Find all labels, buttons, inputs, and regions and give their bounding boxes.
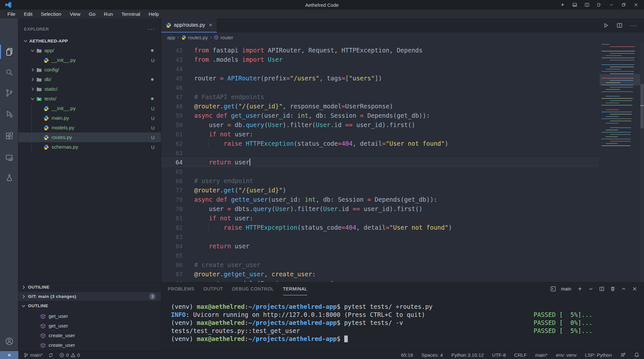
menu-selection[interactable]: Selection: [37, 11, 66, 17]
tree-item-app-[interactable]: app/: [18, 46, 161, 55]
indent-guide: [32, 104, 32, 152]
breadcrumb-router[interactable]: router: [214, 35, 233, 40]
tree-item-db-[interactable]: db/: [18, 75, 161, 84]
toggle-panel-icon[interactable]: [570, 1, 580, 9]
split-terminal-icon[interactable]: [599, 286, 605, 292]
activity-testing[interactable]: [0, 170, 18, 186]
git-changes-badge: 3: [149, 293, 156, 300]
run-file-icon[interactable]: [603, 22, 609, 29]
line-number: 64: [161, 159, 187, 166]
status-env-indicator[interactable]: env: venv: [556, 352, 576, 358]
menu-file[interactable]: File: [3, 11, 20, 17]
tree-item-tests-[interactable]: tests/: [18, 94, 161, 104]
breadcrumb-routes-py[interactable]: routes.py: [181, 35, 208, 40]
code-line-42: 42 from fastapi import APIRouter, Reques…: [161, 46, 599, 55]
more-actions-icon[interactable]: ···: [630, 22, 637, 29]
minimap[interactable]: [600, 43, 640, 236]
notifications-bell-icon[interactable]: [634, 352, 639, 358]
new-window-icon[interactable]: +: [558, 1, 567, 9]
tree-item-schemas-py[interactable]: schemas.pyU: [18, 142, 161, 152]
tree-item-main-py[interactable]: main.pyU: [18, 113, 161, 123]
tree-item--init-py[interactable]: __init__.pyU: [18, 55, 161, 65]
branch-status[interactable]: main*: [24, 352, 43, 358]
split-layout-icon[interactable]: [582, 1, 592, 9]
tree-item-config-[interactable]: config/: [18, 65, 161, 75]
panel-tab-debug-control[interactable]: DEBUG CONTROL: [232, 282, 274, 295]
tab-app-routes-py[interactable]: app/routes.py ×: [161, 18, 217, 32]
line-number: 70: [161, 206, 187, 212]
status-lsp-indicator[interactable]: LSP: Python: [585, 352, 612, 358]
terminal-dropdown-icon[interactable]: [588, 286, 594, 292]
problems-status[interactable]: 0 0: [59, 352, 80, 358]
code-area[interactable]: 42 from fastapi import APIRouter, Reques…: [161, 42, 599, 282]
close-window-icon[interactable]: [631, 1, 641, 9]
activity-run-and-debug[interactable]: [0, 106, 18, 123]
scrollbar-thumb[interactable]: [640, 84, 644, 128]
panel-tab-output[interactable]: OUTPUT: [204, 282, 223, 295]
sync-button[interactable]: [48, 353, 53, 358]
maximize-panel-icon[interactable]: [621, 286, 627, 292]
status-cursor-position[interactable]: 65:18: [401, 352, 413, 358]
outline-symbol-create_user[interactable]: create_user: [18, 331, 161, 340]
code-line-44: 44: [161, 64, 599, 74]
minimize-icon[interactable]: [607, 1, 616, 9]
git-untracked-badge: U: [151, 125, 155, 131]
activity-explorer[interactable]: [0, 43, 18, 60]
tree-item-static-[interactable]: static/: [18, 84, 161, 94]
menu-go[interactable]: Go: [85, 11, 100, 17]
feedback-icon[interactable]: [620, 352, 626, 358]
remote-indicator[interactable]: [0, 351, 18, 359]
line-number: 82: [161, 224, 187, 231]
outline-symbol-get_user[interactable]: get_user: [18, 311, 161, 321]
tree-item-models-py[interactable]: models.pyU: [18, 123, 161, 133]
editor-scrollbar[interactable]: [640, 42, 644, 282]
menu-view[interactable]: View: [65, 11, 84, 17]
new-terminal-icon[interactable]: +: [577, 286, 583, 292]
status-python-version[interactable]: Python 3.10.12: [451, 352, 484, 358]
status-encoding[interactable]: UTF-8: [492, 352, 506, 358]
section-outline[interactable]: OUTLINE: [18, 301, 161, 310]
section-git[interactable]: GIT: main (3 changes) 3: [18, 291, 161, 301]
menu-help[interactable]: Help: [145, 11, 163, 17]
line-number: 85: [161, 252, 187, 259]
status-indentation[interactable]: Spaces: 4: [421, 352, 443, 358]
terminal-instance-label[interactable]: main: [561, 286, 571, 291]
minimap-viewport[interactable]: [600, 74, 640, 86]
activity-extensions[interactable]: [0, 128, 18, 144]
code-line-81: 81 if not user:: [161, 214, 599, 223]
panel-tab-terminal[interactable]: TERMINAL: [283, 282, 308, 295]
activity-account[interactable]: [0, 333, 18, 350]
menu-terminal[interactable]: Terminal: [117, 11, 145, 17]
section-outiline[interactable]: OUTILINE: [18, 282, 161, 291]
explorer-actions-icon[interactable]: ···: [147, 27, 155, 31]
activity-remote-explorer[interactable]: [0, 150, 18, 166]
panel-tab-problems[interactable]: PROBLEMS: [168, 282, 194, 295]
activity-search[interactable]: [0, 64, 18, 81]
activity-source-control[interactable]: [0, 85, 18, 101]
tree-item-routes-py[interactable]: routes.pyU: [18, 133, 161, 142]
close-panel-icon[interactable]: [632, 286, 638, 292]
kill-terminal-icon[interactable]: [610, 286, 616, 292]
split-editor-icon[interactable]: [616, 22, 623, 29]
close-tab-icon[interactable]: ×: [209, 22, 212, 28]
tree-item--init-py[interactable]: __init__.pyU: [18, 104, 161, 113]
customize-layout-icon[interactable]: [594, 1, 604, 9]
breadcrumb-app[interactable]: app: [167, 35, 175, 40]
menu-run[interactable]: Run: [99, 11, 117, 17]
folder-icon: [36, 48, 42, 53]
terminal-output[interactable]: (venv) max@aethelred:~/projects/aethelre…: [161, 295, 644, 351]
status-eol[interactable]: CRLF: [514, 352, 527, 358]
restore-icon[interactable]: [619, 1, 629, 9]
line-number: 48: [161, 103, 187, 110]
code-line-47: 47 # FastAPI endpoints: [161, 92, 599, 102]
tree-item-aethelred-app[interactable]: AETHELRED-APP: [18, 36, 161, 46]
line-number: 87: [161, 271, 187, 278]
code-line-59: 59 async def get_user(user_id: int, db: …: [161, 111, 599, 120]
code-line-65: 65: [161, 167, 599, 176]
status-branch-indicator[interactable]: main*: [535, 352, 547, 358]
sidebar-sections: OUTILINE GIT: main (3 changes) 3 OUTLINE…: [18, 282, 161, 350]
menu-edit[interactable]: Edit: [20, 11, 37, 17]
line-number: 42: [161, 47, 187, 54]
outline-symbol-get_user[interactable]: get_user: [18, 321, 161, 331]
outline-symbol-create_user[interactable]: create_user: [18, 340, 161, 350]
